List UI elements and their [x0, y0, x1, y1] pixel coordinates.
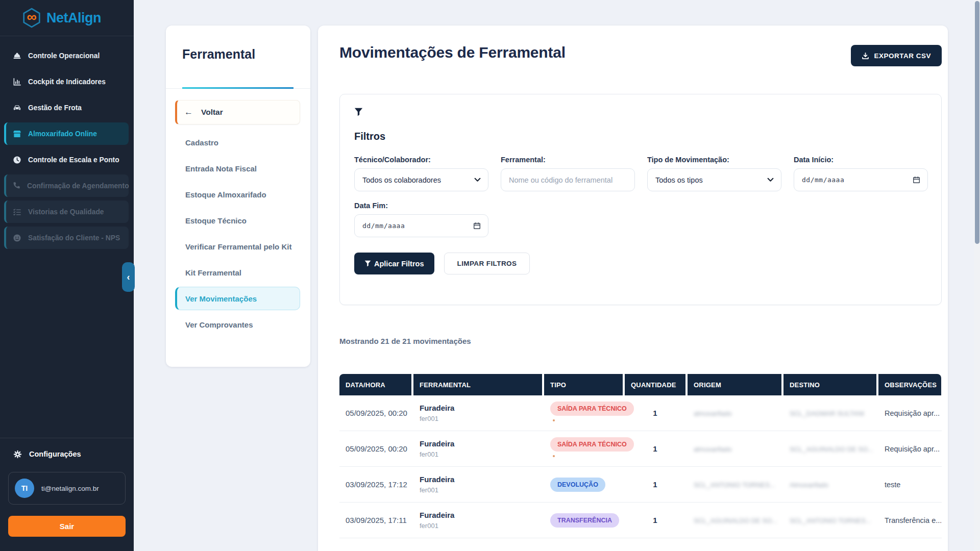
cell-tipo: DEVOLUÇÃO [544, 478, 623, 492]
back-button[interactable]: ← Voltar [175, 100, 300, 124]
sidebar-item-label: Confirmação de Agendamento [27, 182, 129, 190]
tool-name: Furadeira [420, 475, 542, 484]
ferramental-input[interactable] [501, 168, 635, 191]
data-inicio-label: Data Início: [794, 156, 928, 164]
clock-icon [12, 156, 21, 164]
tool-code: fer001 [420, 450, 542, 458]
cell-origem: SCL_AGUINALDO DE SO... [688, 516, 781, 525]
filters-panel: Filtros Técnico/Colaborador: Todos os co… [339, 94, 942, 305]
sidebar-item-almoxarifado-online[interactable]: Almoxarifado Online [4, 122, 129, 145]
cell-tipo: SAÍDA PARA TÉCNICO [544, 437, 623, 461]
sidebar-item-label: Controle Operacional [28, 52, 100, 60]
sidebar-item-controle-operacional[interactable]: Controle Operacional [4, 44, 129, 67]
box-icon [12, 130, 21, 138]
cell-observacoes: Requisição apr... [878, 445, 941, 453]
movement-type-badge: SAÍDA PARA TÉCNICO [550, 437, 634, 452]
sidebar-footer: Configurações TI ti@netalign.com.br Sair [0, 438, 134, 551]
data-inicio-field: Data Início: dd/mm/aaaa [794, 156, 928, 191]
hardhat-icon [12, 52, 21, 60]
tecnico-select-value: Todos os colaboradores [362, 176, 441, 184]
movement-type-badge: SAÍDA PARA TÉCNICO [550, 402, 634, 416]
toolnav-item-ver-movimentacoes[interactable]: Ver Movimentações [175, 287, 300, 310]
column-header-data-hora: DATA/HORA [339, 374, 411, 395]
clear-filters-button[interactable]: LIMPAR FILTROS [444, 253, 530, 274]
cell-quantidade: 1 [625, 444, 685, 453]
toolnav-item-entrada-nota-fiscal[interactable]: Entrada Nota Fiscal [175, 157, 300, 180]
table-row: 03/09/2025, 17:11Furadeirafer001TRANSFER… [339, 503, 942, 538]
toolnav-item-ver-comprovantes[interactable]: Ver Comprovantes [175, 313, 300, 336]
avatar: TI [15, 479, 34, 498]
cell-tipo: TRANSFERÊNCIA [544, 513, 623, 528]
apply-filters-button[interactable]: Aplicar Filtros [354, 253, 434, 274]
redacted-destination: SCL_ANTONIO TORNES... [790, 517, 871, 524]
cell-datetime: 03/09/2025, 17:11 [339, 516, 411, 524]
cell-destino: SCL_ANTONIO TORNES... [783, 516, 876, 525]
sidebar-item-controle-de-escala-e-ponto[interactable]: Controle de Escala e Ponto [4, 148, 129, 171]
results-summary: Mostrando 21 de 21 movimentações [339, 337, 942, 345]
cell-quantidade: 1 [625, 516, 685, 524]
column-header-tipo: TIPO [544, 374, 623, 395]
data-inicio-input[interactable]: dd/mm/aaaa [794, 168, 928, 191]
tipo-select[interactable]: Todos os tipos [647, 168, 781, 191]
sidebar-item-vistorias-de-qualidade: Vistorias de Qualidade [4, 201, 129, 223]
cell-ferramental: Furadeirafer001 [413, 439, 542, 458]
filters-grid: Técnico/Colaborador: Todos os colaborado… [354, 156, 927, 237]
filters-heading: Filtros [354, 131, 927, 142]
redacted-origin: almoxarifado [694, 410, 731, 417]
toolnav-divider [166, 88, 310, 89]
cell-origem: SCL_ANTONIO TORNES... [688, 480, 781, 489]
date-placeholder: dd/mm/aaaa [802, 176, 844, 184]
logout-button[interactable]: Sair [8, 516, 126, 537]
user-card[interactable]: TI ti@netalign.com.br [8, 472, 126, 505]
chevron-down-icon [767, 178, 774, 182]
toolnav-title: Ferramental [182, 47, 294, 62]
data-fim-input[interactable]: dd/mm/aaaa [354, 214, 488, 237]
apply-filters-label: Aplicar Filtros [374, 260, 424, 268]
toolnav-item-estoque-tecnico[interactable]: Estoque Técnico [175, 209, 300, 232]
sidebar-item-cockpit-de-indicadores[interactable]: Cockpit de Indicadores [4, 70, 129, 93]
cell-ferramental: Furadeirafer001 [413, 475, 542, 494]
sidebar-item-label: Gestão de Frota [28, 104, 82, 112]
chart-icon [12, 78, 21, 86]
cell-destino: SCL_DAGMAR SULTANI [783, 409, 876, 418]
table-header: DATA/HORAFERRAMENTALTIPOQUANTIDADEORIGEM… [339, 374, 942, 395]
sidebar-collapse-button[interactable]: ‹ [122, 262, 135, 292]
tipo-select-value: Todos os tipos [655, 176, 703, 184]
user-email: ti@netalign.com.br [41, 485, 99, 492]
filters-actions: Aplicar Filtros LIMPAR FILTROS [354, 253, 927, 274]
tipo-field: Tipo de Movimentação: Todos os tipos [647, 156, 781, 191]
column-header-observacoes: OBSERVAÇÕES [878, 374, 941, 395]
movements-table: DATA/HORAFERRAMENTALTIPOQUANTIDADEORIGEM… [339, 374, 942, 538]
brand: ∞ NetAlign [0, 0, 134, 36]
cell-datetime: 05/09/2025, 00:20 [339, 409, 411, 417]
redacted-destination: Almoxarifado [790, 481, 828, 489]
tecnico-label: Técnico/Colaborador: [354, 156, 488, 164]
gear-icon [13, 450, 22, 459]
scrollbar-thumb[interactable] [975, 1, 979, 244]
toolnav-item-verificar-ferramental-pelo-kit[interactable]: Verificar Ferramental pelo Kit [175, 235, 300, 258]
toolnav-item-estoque-almoxarifado[interactable]: Estoque Almoxarifado [175, 183, 300, 206]
sidebar-item-label: Almoxarifado Online [28, 130, 97, 138]
movement-type-badge: DEVOLUÇÃO [550, 478, 605, 492]
cell-observacoes: teste [878, 481, 941, 489]
toolnav-item-cadastro[interactable]: Cadastro [175, 131, 300, 154]
sidebar-item-label: Cockpit de Indicadores [28, 78, 106, 86]
chevron-left-icon: ‹ [127, 272, 130, 283]
data-fim-field: Data Fim: dd/mm/aaaa [354, 202, 488, 237]
export-csv-button[interactable]: EXPORTAR CSV [851, 45, 942, 66]
app: ∞ NetAlign Controle OperacionalCockpit d… [0, 0, 980, 551]
toolnav-item-kit-ferramental[interactable]: Kit Ferramental [175, 261, 300, 284]
cell-observacoes: Transferência e... [878, 516, 941, 524]
table-body: 05/09/2025, 00:20Furadeirafer001SAÍDA PA… [339, 395, 942, 538]
sidebar-item-label: Vistorias de Qualidade [28, 208, 104, 216]
tecnico-select[interactable]: Todos os colaboradores [354, 168, 488, 191]
column-header-destino: DESTINO [783, 374, 876, 395]
calendar-icon [913, 176, 920, 184]
sidebar-item-configuracoes[interactable]: Configurações [8, 444, 126, 464]
accent-bar [182, 87, 293, 89]
cell-observacoes: Requisição apr... [878, 409, 941, 417]
date-placeholder: dd/mm/aaaa [362, 222, 405, 230]
sidebar-item-gestao-de-frota[interactable]: Gestão de Frota [4, 96, 129, 119]
page-scrollbar[interactable] [974, 0, 980, 551]
brand-name: NetAlign [46, 10, 101, 26]
